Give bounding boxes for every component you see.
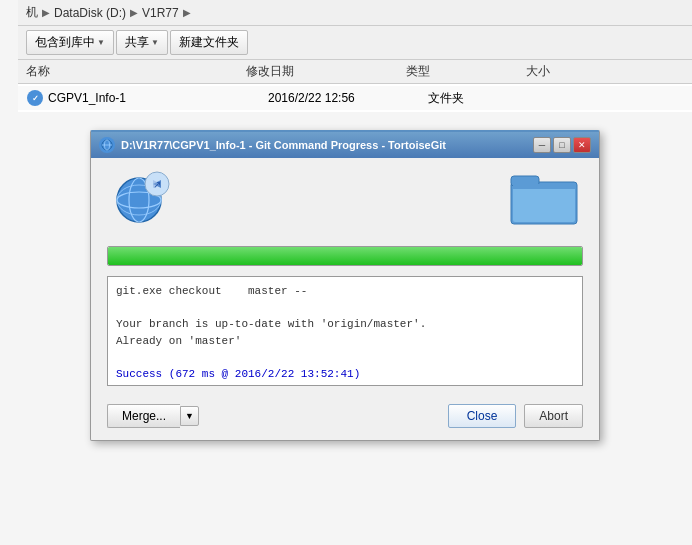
breadcrumb: 机 ▶ DataDisk (D:) ▶ V1R77 ▶ — [18, 0, 692, 26]
abort-button[interactable]: Abort — [524, 404, 583, 428]
minimize-button[interactable]: ─ — [533, 137, 551, 153]
share-label: 共享 — [125, 34, 149, 51]
dialog-close-x-button[interactable]: ✕ — [573, 137, 591, 153]
file-type: 文件夹 — [428, 90, 548, 107]
merge-button[interactable]: Merge... — [107, 404, 180, 428]
toolbar: 包含到库中 ▼ 共享 ▼ 新建文件夹 — [18, 26, 692, 60]
breadcrumb-v1r77[interactable]: V1R77 — [142, 6, 179, 20]
log-line-2 — [116, 300, 574, 317]
footer-right-buttons: Close Abort — [448, 404, 583, 428]
log-line-5 — [116, 349, 574, 366]
git-progress-dialog: D:\V1R77\CGPV1_Info-1 - Git Command Prog… — [90, 130, 600, 441]
share-arrow: ▼ — [151, 38, 159, 47]
share-button[interactable]: 共享 ▼ — [116, 30, 168, 55]
icons-row: ↗ — [91, 158, 599, 246]
progress-bar-container — [107, 246, 583, 266]
merge-dropdown-button[interactable]: ▼ — [180, 406, 199, 426]
folder-icon-container — [509, 168, 579, 228]
breadcrumb-datadisk[interactable]: DataDisk (D:) — [54, 6, 126, 20]
svg-rect-13 — [513, 184, 575, 222]
include-library-label: 包含到库中 — [35, 34, 95, 51]
include-library-button[interactable]: 包含到库中 ▼ — [26, 30, 114, 55]
dialog-titlebar: D:\V1R77\CGPV1_Info-1 - Git Command Prog… — [91, 132, 599, 158]
col-header-name[interactable]: 名称 — [26, 63, 246, 80]
col-header-size[interactable]: 大小 — [526, 63, 606, 80]
breadcrumb-sep-3: ▶ — [183, 7, 191, 18]
dialog-title-text: D:\V1R77\CGPV1_Info-1 - Git Command Prog… — [121, 139, 446, 151]
log-line-4: Already on 'master' — [116, 333, 574, 350]
log-success-line: Success (672 ms @ 2016/2/22 13:52:41) — [116, 366, 574, 383]
column-headers: 名称 修改日期 类型 大小 — [18, 60, 692, 84]
log-line-3: Your branch is up-to-date with 'origin/m… — [116, 316, 574, 333]
col-header-date[interactable]: 修改日期 — [246, 63, 406, 80]
maximize-button[interactable]: □ — [553, 137, 571, 153]
table-row[interactable]: ✓ CGPV1_Info-1 2016/2/22 12:56 文件夹 — [18, 86, 692, 110]
file-date: 2016/2/22 12:56 — [268, 91, 428, 105]
file-name: CGPV1_Info-1 — [48, 91, 268, 105]
log-line-1: git.exe checkout master -- — [116, 283, 574, 300]
breadcrumb-sep-2: ▶ — [130, 7, 138, 18]
log-output[interactable]: git.exe checkout master -- Your branch i… — [107, 276, 583, 386]
breadcrumb-sep-1: ▶ — [42, 7, 50, 18]
svg-text:↗: ↗ — [153, 179, 161, 190]
breadcrumb-home[interactable]: 机 — [26, 4, 38, 21]
new-folder-button[interactable]: 新建文件夹 — [170, 30, 248, 55]
footer-left-buttons: Merge... ▼ — [107, 404, 199, 428]
file-list: ✓ CGPV1_Info-1 2016/2/22 12:56 文件夹 — [18, 84, 692, 112]
dialog-title-left: D:\V1R77\CGPV1_Info-1 - Git Command Prog… — [99, 137, 446, 153]
close-dialog-button[interactable]: Close — [448, 404, 517, 428]
svg-rect-14 — [513, 184, 575, 189]
titlebar-controls: ─ □ ✕ — [533, 137, 591, 153]
col-header-type[interactable]: 类型 — [406, 63, 526, 80]
include-library-arrow: ▼ — [97, 38, 105, 47]
globe-icon: ↗ — [111, 166, 175, 230]
dialog-footer: Merge... ▼ Close Abort — [91, 396, 599, 440]
progress-bar — [108, 247, 582, 265]
merge-dropdown-arrow: ▼ — [185, 411, 194, 421]
dialog-title-icon — [99, 137, 115, 153]
new-folder-label: 新建文件夹 — [179, 34, 239, 51]
git-status-icon: ✓ — [26, 89, 44, 107]
